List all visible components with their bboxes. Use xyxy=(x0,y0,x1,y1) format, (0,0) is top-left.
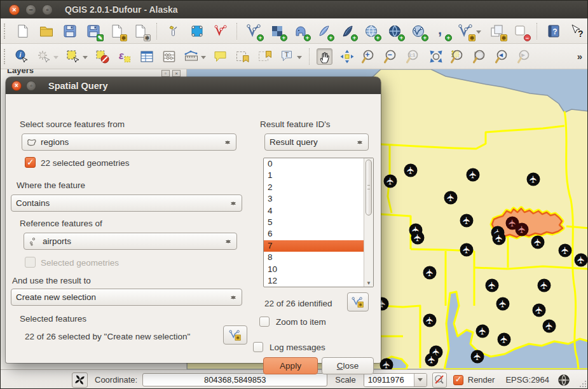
add-postgis-layer-icon[interactable]: + xyxy=(292,23,308,39)
window-close-icon[interactable]: × xyxy=(9,4,20,15)
apply-button[interactable]: Apply xyxy=(263,357,318,374)
dock-float-icon[interactable]: ▫ xyxy=(161,70,170,77)
scale-combobox[interactable]: 10911976 xyxy=(364,373,427,387)
dialog-titlebar[interactable]: × ▫ Spatial Query xyxy=(6,77,381,94)
result-id-item[interactable]: 3 xyxy=(264,193,364,205)
render-checkbox[interactable] xyxy=(453,375,463,385)
new-print-composer-icon[interactable]: ✱ xyxy=(109,23,125,39)
add-raster-layer-icon[interactable]: + xyxy=(269,23,285,39)
zoom-out-icon[interactable]: − xyxy=(383,48,399,65)
reference-selected-checkbox xyxy=(25,257,36,268)
measure-icon-dropdown[interactable] xyxy=(201,56,206,62)
resize-grip[interactable] xyxy=(578,381,586,388)
text-annotation-icon-dropdown[interactable] xyxy=(297,56,302,62)
open-project-icon[interactable] xyxy=(38,23,54,39)
result-id-item[interactable]: 5 xyxy=(264,217,364,228)
result-query-combobox[interactable]: Result query xyxy=(264,133,369,151)
zoom-to-layer-icon[interactable] xyxy=(472,48,488,65)
result-id-item[interactable]: 8 xyxy=(264,252,364,263)
map-tips-icon[interactable] xyxy=(212,48,228,65)
zoom-to-selection-icon[interactable] xyxy=(450,48,466,65)
zoom-to-item-checkbox[interactable] xyxy=(259,317,270,327)
result-id-item[interactable]: 12 xyxy=(264,275,364,287)
run-feature-action-icon-dropdown[interactable] xyxy=(53,56,58,62)
composer-manager-icon[interactable]: ✱ xyxy=(132,23,148,39)
source-selected-checkbox[interactable] xyxy=(25,157,36,168)
show-bookmarks-icon[interactable] xyxy=(257,48,273,65)
coordinate-input[interactable]: 804368,5849853 xyxy=(142,373,327,386)
add-wcs-layer-icon[interactable]: + xyxy=(386,23,402,39)
result-id-item[interactable]: 7 xyxy=(264,240,364,252)
result-id-item[interactable]: 6 xyxy=(264,228,364,240)
touch-navigation-icon[interactable] xyxy=(189,23,205,39)
create-selection-layer-button[interactable]: ✱ xyxy=(223,325,247,345)
result-id-item[interactable]: 0 xyxy=(264,158,364,170)
svg-text:✈: ✈ xyxy=(467,171,478,179)
scale-value[interactable]: 10911976 xyxy=(364,374,414,386)
new-bookmark-icon[interactable] xyxy=(235,48,250,65)
toolbar-drag-handle[interactable] xyxy=(4,24,7,39)
listbox-scrollbar[interactable]: ▼ xyxy=(364,158,373,287)
scale-dropdown-icon[interactable] xyxy=(414,374,427,386)
add-wfs-layer-icon[interactable]: + xyxy=(410,23,426,39)
result-action-combobox[interactable]: Create new selection xyxy=(11,289,242,306)
window-maximize-icon[interactable]: ▫ xyxy=(42,4,53,15)
zoom-last-icon[interactable]: ◂ xyxy=(495,48,510,65)
add-mssql-layer-icon[interactable]: + xyxy=(339,23,355,39)
result-id-listbox[interactable]: 0123456781012 ▼ xyxy=(263,158,374,287)
close-button[interactable]: Close xyxy=(322,357,374,374)
text-annotation-icon[interactable]: T xyxy=(279,48,295,65)
dialog-close-icon[interactable]: × xyxy=(11,81,22,91)
predicate-combobox[interactable]: Contains xyxy=(11,194,242,212)
pan-map-icon[interactable] xyxy=(317,48,332,65)
new-project-icon[interactable] xyxy=(15,23,31,39)
select-features-icon[interactable] xyxy=(65,48,81,65)
new-shapefile-layer-icon[interactable]: ✱ xyxy=(457,23,473,39)
save-project-as-icon[interactable]: ✎ xyxy=(85,23,101,39)
pan-to-selection-icon[interactable] xyxy=(339,48,355,65)
toolbar-overflow-chevron[interactable]: » xyxy=(577,51,582,62)
zoom-full-icon[interactable] xyxy=(428,48,444,65)
add-spatialite-layer-icon[interactable]: + xyxy=(316,23,332,39)
dock-close-icon[interactable]: × xyxy=(172,70,181,77)
help-contents-icon[interactable]: ? xyxy=(545,23,561,39)
remove-layer-icon[interactable]: − xyxy=(512,23,528,39)
new-shapefile-layer-icon-dropdown[interactable] xyxy=(476,31,481,36)
run-feature-action-icon[interactable] xyxy=(36,48,51,65)
whats-this-icon[interactable]: ? xyxy=(569,23,585,39)
add-wms-layer-icon[interactable]: + xyxy=(363,23,379,39)
log-messages-checkbox[interactable] xyxy=(253,342,263,352)
select-by-expression-icon[interactable]: ε xyxy=(116,48,132,65)
result-id-item[interactable]: 4 xyxy=(264,205,364,217)
identify-features-icon[interactable]: i xyxy=(13,48,29,65)
zoom-next-icon[interactable]: ▸ xyxy=(517,48,533,65)
dialog-maximize-icon[interactable]: ▫ xyxy=(26,81,36,91)
svg-text:?: ? xyxy=(552,27,557,36)
deselect-all-icon[interactable] xyxy=(94,48,110,65)
node-tool-icon[interactable] xyxy=(212,23,228,39)
window-minimize-icon[interactable]: – xyxy=(25,4,36,15)
zoom-native-icon[interactable]: 1:1 xyxy=(406,48,421,65)
duplicate-layer-icon[interactable]: ✱ xyxy=(489,23,505,39)
add-delimited-text-layer-icon[interactable]: ,+ xyxy=(434,23,449,39)
coordinate-toggle-button[interactable] xyxy=(72,372,88,388)
gps-tools-icon[interactable] xyxy=(165,23,181,39)
scrollbar-down-icon[interactable]: ▼ xyxy=(364,280,373,286)
crs-status-button[interactable] xyxy=(557,374,570,386)
open-attribute-table-icon[interactable] xyxy=(139,48,154,65)
scrollbar-thumb[interactable] xyxy=(366,160,372,215)
measure-icon[interactable] xyxy=(183,48,199,65)
stop-rendering-button[interactable] xyxy=(432,372,447,388)
reference-layer-combobox[interactable]: airports xyxy=(24,233,237,250)
result-id-item[interactable]: 10 xyxy=(264,264,364,275)
zoom-in-icon[interactable]: + xyxy=(361,48,377,65)
save-project-icon[interactable] xyxy=(62,23,78,39)
create-identified-layer-button[interactable]: ✱ xyxy=(347,292,369,311)
source-layer-combobox[interactable]: regions xyxy=(22,133,236,151)
toolbar-drag-handle[interactable] xyxy=(4,49,7,64)
add-vector-layer-icon[interactable]: + xyxy=(245,23,261,39)
field-calculator-icon[interactable] xyxy=(161,48,177,65)
result-id-item[interactable]: 1 xyxy=(264,170,364,181)
select-features-icon-dropdown[interactable] xyxy=(83,56,88,62)
result-id-item[interactable]: 2 xyxy=(264,182,364,193)
